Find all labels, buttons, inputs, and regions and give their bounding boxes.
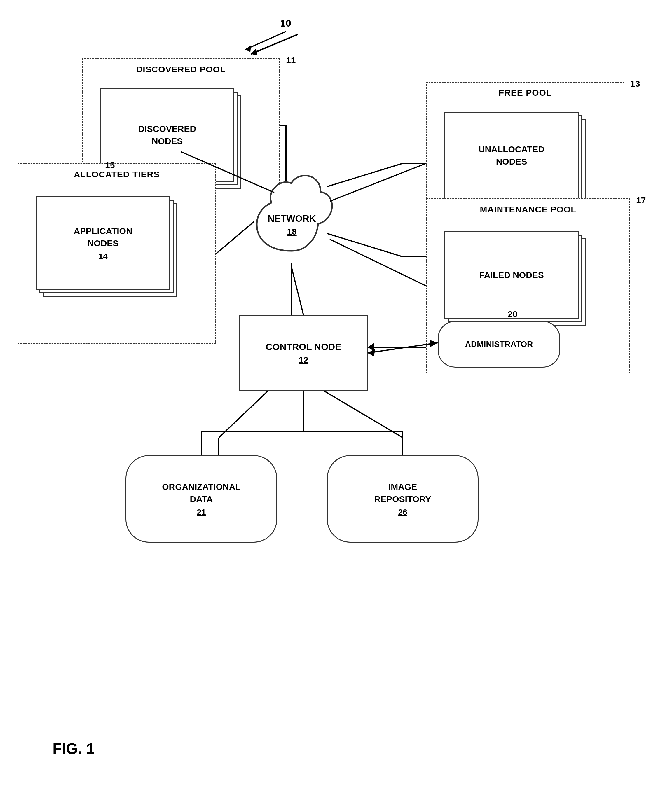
administrator-label: ADMINISTRATOR [465, 340, 533, 349]
ref-12: 12 [299, 355, 308, 365]
discovered-pool-title: DISCOVERED POOL [83, 64, 279, 74]
control-node-label: CONTROL NODE [266, 341, 342, 353]
diagram: 10 DISCOVERED POOL DISCOVEREDNODES 11 FR… [0, 0, 672, 804]
discovered-nodes-label: DISCOVEREDNODES [138, 123, 196, 147]
ref-15: 15 [105, 160, 114, 170]
image-repo-oval: IMAGEREPOSITORY 26 [327, 455, 479, 543]
ref-20: 20 [508, 309, 517, 319]
org-data-oval: ORGANIZATIONALDATA 21 [126, 455, 277, 543]
maintenance-pool-title: MAINTENANCE POOL [427, 204, 629, 214]
ref-14: 14 [98, 252, 107, 261]
allocated-pool-title: ALLOCATED TIERS [18, 170, 215, 180]
ref-13: 13 [630, 79, 640, 89]
unallocated-nodes-label: UNALLOCATEDNODES [479, 143, 544, 168]
failed-nodes-label: FAILED NODES [479, 270, 544, 280]
ref-17: 17 [636, 196, 646, 205]
svg-marker-1 [245, 45, 251, 52]
ref-26: 26 [398, 508, 407, 517]
network-cloud: NETWORK 18 [239, 163, 344, 268]
ref-10-label: 10 [280, 18, 291, 29]
image-repo-label: IMAGEREPOSITORY [374, 481, 431, 505]
svg-line-0 [245, 31, 286, 50]
cloud-svg: NETWORK 18 [239, 163, 344, 268]
control-node-box: CONTROL NODE 12 [239, 315, 368, 391]
ref-21: 21 [197, 508, 206, 517]
ref-11: 11 [286, 56, 296, 65]
org-data-label: ORGANIZATIONALDATA [162, 481, 240, 505]
application-nodes-label: APPLICATIONNODES [74, 225, 132, 249]
svg-text:18: 18 [287, 227, 296, 236]
svg-text:NETWORK: NETWORK [268, 213, 316, 224]
free-pool-title: FREE POOL [427, 88, 623, 98]
allocated-pool-box: ALLOCATED TIERS APPLICATIONNODES 14 [18, 163, 216, 344]
svg-marker-14 [368, 343, 374, 351]
administrator-oval: ADMINISTRATOR [438, 321, 560, 368]
fig-label: FIG. 1 [52, 740, 95, 757]
